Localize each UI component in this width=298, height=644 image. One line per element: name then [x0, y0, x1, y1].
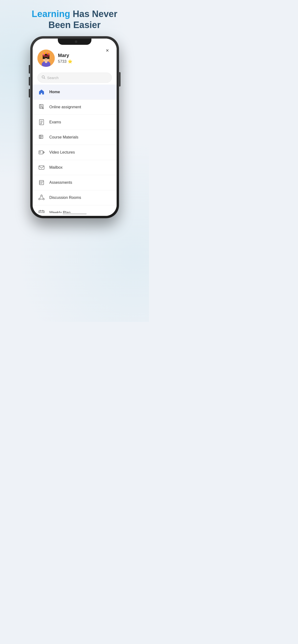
- svg-line-50: [40, 196, 41, 198]
- discussion-icon: [37, 194, 46, 202]
- phone-inner: ×: [33, 38, 117, 216]
- search-placeholder: Search: [47, 76, 59, 80]
- close-button[interactable]: ×: [104, 47, 111, 54]
- svg-point-16: [45, 58, 45, 58]
- mail-icon: [37, 164, 46, 172]
- menu-label-assessments: Assessments: [49, 180, 72, 185]
- svg-point-13: [48, 54, 50, 55]
- svg-point-38: [40, 152, 41, 152]
- svg-point-14: [44, 58, 45, 59]
- menu-item-exams[interactable]: Exams: [33, 115, 117, 130]
- avatar: [37, 50, 55, 67]
- phone-notch: [58, 38, 91, 45]
- search-icon: [42, 75, 45, 80]
- menu-item-assessments[interactable]: Assessments: [33, 175, 117, 190]
- screen: Mary 5733 ⭐ Search: [33, 38, 117, 216]
- assignment-icon: [37, 103, 46, 111]
- menu-item-online-assignment[interactable]: Online assignment: [33, 100, 117, 115]
- svg-rect-7: [43, 56, 49, 56]
- menu-label-video: Video Lectures: [49, 150, 75, 154]
- hero-title-blue: Learning: [32, 9, 70, 19]
- svg-point-10: [44, 52, 46, 54]
- home-indicator: [63, 214, 87, 214]
- calendar-icon: [37, 209, 46, 213]
- exams-icon: [37, 118, 46, 126]
- menu-label-discussion: Discussion Rooms: [49, 196, 81, 200]
- hero-title: Learning Has NeverBeen Easier: [32, 8, 117, 30]
- materials-icon: [37, 133, 46, 141]
- search-bar[interactable]: Search: [37, 72, 112, 83]
- svg-rect-36: [39, 151, 43, 154]
- menu-item-weekly-plan[interactable]: Weekly Plan: [33, 205, 117, 213]
- video-icon: [37, 148, 46, 156]
- svg-point-49: [43, 198, 44, 200]
- user-stars: 5733 ⭐: [58, 59, 72, 64]
- svg-line-51: [42, 196, 43, 198]
- user-info: Mary 5733 ⭐: [58, 53, 72, 64]
- camera: [75, 40, 77, 43]
- menu-item-course-materials[interactable]: Course Materials: [33, 130, 117, 145]
- menu-label-weekly: Weekly Plan: [49, 210, 71, 213]
- svg-point-47: [41, 195, 42, 196]
- user-name: Mary: [58, 53, 72, 58]
- phone-frame: ×: [30, 36, 119, 218]
- svg-point-48: [39, 198, 40, 200]
- avatar-image: [37, 50, 55, 67]
- bottom-bar: [33, 213, 117, 216]
- home-icon: [37, 88, 46, 96]
- svg-point-46: [40, 183, 40, 184]
- svg-rect-53: [39, 210, 44, 213]
- menu-item-video-lectures[interactable]: Video Lectures: [33, 145, 117, 160]
- menu-item-mailbox[interactable]: Mailbox: [33, 160, 117, 175]
- menu-list: Home: [33, 84, 117, 213]
- svg-rect-26: [39, 120, 44, 125]
- menu-item-home[interactable]: Home: [33, 84, 117, 100]
- svg-point-17: [48, 58, 48, 58]
- menu-label-exams: Exams: [49, 120, 61, 124]
- svg-line-19: [44, 78, 45, 79]
- menu-label-assignment: Online assignment: [49, 105, 81, 109]
- menu-label-home: Home: [49, 90, 60, 94]
- svg-point-45: [40, 182, 40, 183]
- svg-marker-37: [43, 152, 45, 153]
- phone-outer: ×: [30, 36, 119, 218]
- assessments-icon: [37, 178, 46, 187]
- menu-label-mailbox: Mailbox: [49, 165, 63, 170]
- menu-label-materials: Course Materials: [49, 135, 78, 140]
- svg-point-15: [47, 58, 48, 59]
- menu-item-discussion-rooms[interactable]: Discussion Rooms: [33, 190, 117, 205]
